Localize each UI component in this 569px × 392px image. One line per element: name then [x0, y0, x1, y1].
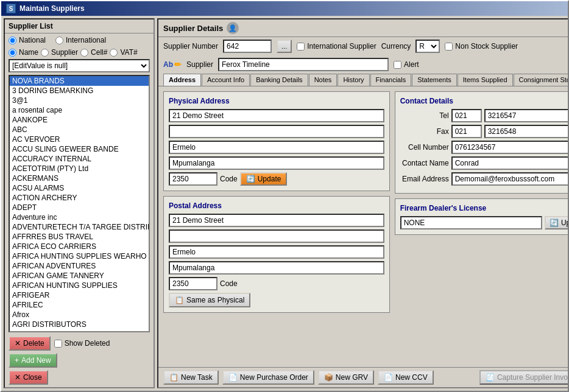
list-item[interactable]: AIRGUN SPARES	[10, 329, 149, 332]
new-task-button[interactable]: 📋 New Task	[163, 370, 219, 385]
list-item[interactable]: a rosental cape	[10, 105, 149, 115]
postal-code-input[interactable]	[169, 277, 217, 290]
national-radio-item[interactable]: National	[9, 36, 46, 44]
capture-invoice-button[interactable]: 🧾 Capture Supplier Invoice	[479, 370, 568, 385]
firearm-input[interactable]	[400, 216, 542, 229]
cell-number-input[interactable]	[451, 141, 568, 154]
physical-line4-input[interactable]	[169, 156, 384, 170]
list-item[interactable]: ADVENTURETECH T/A TARGEE DISTRIBUT	[10, 222, 149, 232]
list-item[interactable]: AFRILEC	[10, 300, 149, 310]
postal-address-title: Postal Address	[169, 201, 384, 210]
list-item[interactable]: ADEPT	[10, 203, 149, 212]
postal-line2-input[interactable]	[169, 229, 384, 243]
capture-invoice-icon: 🧾	[486, 373, 495, 382]
list-item[interactable]: ABC	[10, 125, 149, 135]
delete-button[interactable]: ✕ Delete	[9, 336, 51, 351]
supplier-number-input[interactable]	[223, 40, 272, 53]
physical-line2-input[interactable]	[169, 125, 384, 138]
new-ccv-button[interactable]: 📄 New CCV	[378, 370, 434, 385]
cell-radio-item[interactable]: Cell#	[80, 48, 107, 57]
list-item[interactable]: 3 DORING BEMARKING	[10, 86, 149, 96]
vat-label: VAT#	[120, 48, 137, 57]
tab-statements[interactable]: Statements	[412, 74, 457, 86]
alert-item[interactable]: Alert	[394, 60, 419, 69]
email-input[interactable]	[451, 172, 568, 186]
list-item[interactable]: Afrox	[10, 310, 149, 320]
list-item[interactable]: AFRICA HUNTING SUPPLIES WEARHO	[10, 251, 149, 261]
currency-select[interactable]: R	[415, 40, 440, 53]
add-icon: +	[15, 356, 19, 365]
physical-line3-input[interactable]	[169, 141, 384, 154]
vat-radio[interactable]	[110, 49, 118, 57]
new-grv-button[interactable]: 📦 New GRV	[318, 370, 374, 385]
list-item[interactable]: 3@1	[10, 96, 149, 105]
supplier-name-label: Supplier	[186, 60, 213, 69]
international-supplier-checkbox[interactable]	[297, 43, 305, 51]
postal-line3-input[interactable]	[169, 245, 384, 259]
list-item[interactable]: ACTION ARCHERY	[10, 193, 149, 203]
supplier-list[interactable]: NOVA BRANDS3 DORING BEMARKING3@1a rosent…	[9, 75, 150, 332]
physical-code-input[interactable]	[169, 172, 217, 186]
postal-line1-input[interactable]	[169, 214, 384, 227]
right-toolbar: 🧾 Capture Supplier Invoice Update	[479, 370, 568, 385]
pencil-icon: ✏	[174, 60, 182, 69]
tab-address[interactable]: Address	[163, 74, 201, 86]
list-item[interactable]: AANKOPE	[10, 115, 149, 125]
tab-consignment-stock[interactable]: Consignment Stock	[514, 74, 568, 86]
supplier-name-input[interactable]	[218, 58, 389, 71]
update-fa-reg-button[interactable]: 🔄 Update FA Reg	[545, 216, 568, 229]
add-new-button[interactable]: + Add New	[9, 353, 57, 368]
list-item[interactable]: AFFRRES BUS TRAVEL	[10, 232, 149, 242]
national-radio[interactable]	[9, 37, 16, 44]
list-item[interactable]: NOVA BRANDS	[10, 76, 149, 86]
cell-row: Cell Number	[400, 141, 568, 154]
list-item[interactable]: ACSU ALARMS	[10, 183, 149, 193]
list-item[interactable]: ACKERMANS	[10, 173, 149, 183]
same-as-physical-button[interactable]: 📋 Same as Physical	[169, 293, 250, 307]
international-radio-item[interactable]: International	[55, 36, 106, 44]
list-item[interactable]: AGRI DISTRIBUTORS	[10, 320, 149, 329]
physical-line1-input[interactable]	[169, 109, 384, 122]
postal-line4-input[interactable]	[169, 261, 384, 275]
list-item[interactable]: Adventure inc	[10, 212, 149, 222]
supplier-radio[interactable]	[41, 49, 49, 57]
list-item[interactable]: ACETOTRIM (PTY) Ltd	[10, 164, 149, 173]
tab-account-info[interactable]: Account Info	[202, 74, 250, 86]
supplier-number-browse-button[interactable]: ...	[277, 40, 292, 53]
non-stock-supplier-checkbox[interactable]	[445, 43, 453, 51]
fax-code-input[interactable]	[451, 125, 482, 138]
search-dropdown[interactable]: [EditValue is null]	[9, 59, 150, 72]
firearm-title: Firearm Dealer's License	[400, 204, 568, 212]
new-purchase-order-button[interactable]: 📄 New Purchase Order	[222, 370, 314, 385]
tel-code-input[interactable]	[451, 109, 482, 122]
tab-items-supplied[interactable]: Items Supplied	[458, 74, 513, 86]
list-item[interactable]: AFRIGEAR	[10, 290, 149, 300]
list-item[interactable]: ACCU SLING GEWEER BANDE	[10, 144, 149, 154]
physical-update-button[interactable]: 🔄 Update	[240, 172, 288, 186]
tab-banking-details[interactable]: Banking Details	[250, 74, 308, 86]
list-item[interactable]: AFRICAN HUNTING SUPPLIES	[10, 281, 149, 290]
list-item[interactable]: AFRICAN GAME TANNERY	[10, 271, 149, 281]
list-item[interactable]: ACCURACY INTERNAL	[10, 154, 149, 164]
vat-radio-item[interactable]: VAT#	[110, 48, 137, 57]
show-deleted-checkbox[interactable]	[54, 340, 62, 348]
tab-notes[interactable]: Notes	[309, 74, 338, 86]
contact-name-input[interactable]	[451, 156, 568, 170]
list-item[interactable]: AFRICAN ADVENTURES	[10, 261, 149, 271]
show-deleted-item[interactable]: Show Deleted	[54, 339, 110, 348]
list-item[interactable]: AC VERVOER	[10, 135, 149, 144]
cell-radio[interactable]	[80, 49, 88, 57]
close-button[interactable]: ✕ Close	[9, 370, 48, 385]
fax-number-input[interactable]	[484, 125, 568, 138]
tab-financials[interactable]: Financials	[370, 74, 412, 86]
alert-checkbox[interactable]	[394, 61, 401, 69]
supplier-radio-item[interactable]: Supplier	[41, 48, 78, 57]
name-radio-item[interactable]: Name	[9, 48, 38, 57]
international-radio[interactable]	[55, 37, 63, 44]
name-radio[interactable]	[9, 49, 16, 57]
international-supplier-item[interactable]: International Supplier	[297, 42, 376, 51]
list-item[interactable]: AFRICA ECO CARRIERS	[10, 242, 149, 251]
tel-number-input[interactable]	[484, 109, 568, 122]
tab-history[interactable]: History	[338, 74, 369, 86]
non-stock-supplier-item[interactable]: Non Stock Supplier	[445, 42, 518, 51]
